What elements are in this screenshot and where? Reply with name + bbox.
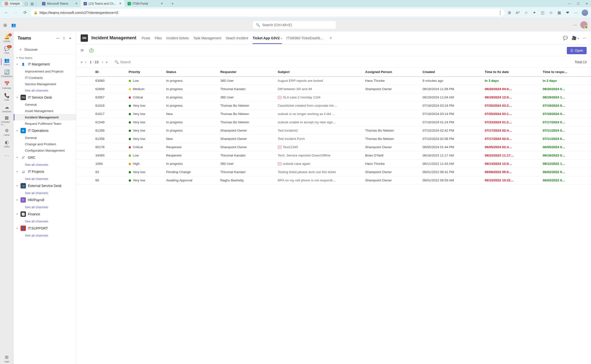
rail-item-calls[interactable]: 📞Calls: [1, 92, 13, 102]
user-avatar[interactable]: [580, 21, 588, 29]
browser-essentials-icon[interactable]: ❤: [565, 10, 570, 15]
minimize-button[interactable]: —: [567, 2, 571, 5]
rail-item-chat[interactable]: 💬Chat11: [1, 45, 13, 55]
rail-item-onedrive[interactable]: ☁OneDrive: [1, 103, 13, 114]
workspaces-icon[interactable]: ▢: [24, 2, 28, 6]
table-row[interactable]: 34365LowReopenedThirumal KandariTech. Se…: [76, 151, 591, 160]
channel-tab[interactable]: Files: [155, 32, 162, 44]
rail-item-activity[interactable]: 🔔Activity2: [1, 33, 13, 44]
extensions-icon[interactable]: ✦: [532, 10, 537, 15]
inline-search[interactable]: 🔍 Search: [115, 60, 131, 64]
back-button[interactable]: ←: [3, 9, 10, 16]
new-tab-button[interactable]: +: [169, 1, 176, 6]
team-row[interactable]: ▾🔗GRC: [14, 154, 76, 161]
filter-icon[interactable]: ⫶: [63, 36, 65, 41]
favorite-icon[interactable]: ☆: [524, 10, 528, 15]
rail-more[interactable]: ⋯: [1, 150, 13, 161]
browser-tab[interactable]: TMicrosoft Teams✕: [39, 0, 81, 7]
refresh-list-button[interactable]: ⟳: [81, 48, 84, 53]
channel-row[interactable]: Request Fulfilment Team: [14, 120, 76, 127]
column-header[interactable]: Requester: [218, 68, 275, 76]
team-row[interactable]: ▾⚙IT Operations: [14, 127, 76, 135]
channel-tab[interactable]: Task Management: [193, 32, 221, 44]
column-header[interactable]: Subject: [275, 68, 363, 76]
tab-actions-icon[interactable]: ▥: [30, 2, 34, 6]
channel-tab[interactable]: Seach Incident: [226, 32, 248, 44]
see-all-channels[interactable]: See all channels: [14, 232, 76, 239]
channel-tab[interactable]: ITSM360-TicketDashb…: [286, 32, 324, 44]
teams-search-box[interactable]: 🔍 Search (Ctrl+Alt+E): [253, 21, 336, 29]
see-all-channels[interactable]: See all channels: [14, 218, 76, 224]
table-row[interactable]: 1094HighIn progress360 Useroutlook case …: [76, 160, 591, 168]
settings-more-icon[interactable]: ⋯: [573, 10, 578, 15]
channel-row[interactable]: Service Management: [14, 81, 76, 87]
refresh-button[interactable]: ⟳: [21, 9, 28, 16]
table-row[interactable]: 61617Very lowNewThomas Bo Nielsenoutlook…: [76, 110, 591, 118]
meet-icon[interactable]: 🎥 ▾: [572, 36, 579, 40]
channel-row[interactable]: General: [14, 101, 76, 108]
team-row[interactable]: ▾📈Finance: [14, 210, 76, 218]
table-row[interactable]: 62667CriticalIn progress360 UserSLA case…: [76, 93, 591, 102]
table-row[interactable]: 93Very lowPending ChangeThirumal Kandari…: [76, 168, 591, 176]
table-row[interactable]: 63060LowIn progress360 UserAugust ERP re…: [76, 76, 591, 85]
team-row[interactable]: ▾SNIT Service Desk: [14, 94, 76, 101]
column-header[interactable]: ID↑: [93, 68, 126, 76]
browser-tab[interactable]: TITSM Portal✕: [125, 0, 166, 7]
close-tab-icon[interactable]: ✕: [75, 2, 78, 5]
team-row[interactable]: ▾👥External Service Desk: [14, 182, 76, 190]
see-all-channels[interactable]: See all channels: [14, 161, 76, 168]
read-aloud-icon[interactable]: Aᴬ: [515, 10, 520, 15]
see-all-channels[interactable]: See all channels: [14, 87, 76, 94]
create-team-icon[interactable]: ＋: [68, 36, 72, 41]
profile-switcher[interactable]: Arbejde: [2, 1, 22, 6]
forward-button[interactable]: →: [12, 9, 19, 16]
last-page-button[interactable]: »: [106, 60, 107, 64]
channel-tab[interactable]: Posts: [142, 32, 150, 44]
close-tab-icon[interactable]: ✕: [161, 2, 163, 5]
rail-item-calendar[interactable]: 📅Calendar: [1, 80, 13, 91]
channel-row[interactable]: Improvement and Projects: [14, 68, 76, 74]
history-button[interactable]: ⏱: [89, 48, 94, 53]
team-row[interactable]: ▾👤IT:SUPPORT: [14, 224, 76, 232]
rail-item-admin[interactable]: ⚙Admin: [1, 127, 13, 137]
table-row[interactable]: 62689MediumIn progressThirumal KandariDi…: [76, 85, 591, 93]
see-all-channels[interactable]: See all channels: [14, 204, 76, 210]
column-header[interactable]: Assigned Person: [363, 68, 420, 76]
see-all-channels[interactable]: See all channels: [14, 190, 76, 196]
channel-row[interactable]: Asset Management: [14, 108, 76, 114]
open-button[interactable]: ☰ Open: [567, 47, 587, 54]
apps-icon[interactable]: ⊞: [507, 10, 512, 15]
channel-row[interactable]: General: [14, 135, 76, 141]
rail-item-itsm360g3[interactable]: 🔄ITSM360G3: [1, 68, 13, 79]
table-row[interactable]: 61358Very lowIn progressSharepoint Owner…: [76, 126, 591, 135]
chat-panel-icon[interactable]: 💬: [563, 36, 568, 40]
column-header[interactable]: Time to fix date: [482, 68, 540, 76]
rail-item-teams[interactable]: 👥Teams: [1, 56, 13, 67]
favorites-bar-icon[interactable]: ✩: [548, 10, 553, 15]
collections-icon[interactable]: ▦: [557, 10, 562, 15]
see-all-channels[interactable]: See all channels: [14, 176, 76, 182]
your-teams-label[interactable]: ▾ Your teams: [14, 54, 76, 60]
add-tab-button[interactable]: ＋: [329, 35, 333, 41]
rail-item-itsm360 vi…[interactable]: ▦ITSM360 Vi…: [1, 115, 13, 126]
more-channel-icon[interactable]: ⋯: [583, 36, 587, 40]
table-row[interactable]: 60176CriticalReopenedSharepoint OwnerTes…: [76, 143, 591, 151]
team-row[interactable]: ▾👤IT Mangement: [14, 60, 76, 68]
rail-apps[interactable]: ⊞Apps: [1, 353, 13, 364]
column-header[interactable]: Created: [420, 68, 482, 76]
table-row[interactable]: 61356Very lowNewSharepoint OwnerTest Inc…: [76, 135, 591, 143]
column-header[interactable]: Status: [164, 68, 218, 76]
discover-row[interactable]: ✧ Discover: [14, 45, 76, 54]
table-row[interactable]: 61618Very lowIn progressThomas Bo Nielse…: [76, 102, 591, 110]
close-tab-icon[interactable]: ✕: [119, 2, 122, 5]
more-options-icon[interactable]: ⋯: [573, 23, 577, 27]
channel-tab[interactable]: Incident tickets: [166, 32, 189, 44]
browser-tab[interactable]: T(13) Teams and Channels | Incide✕: [81, 0, 125, 7]
app-launcher-icon[interactable]: ⊞: [3, 23, 8, 27]
column-header[interactable]: Priority: [126, 68, 164, 76]
address-bar[interactable]: 🔒 https://teams.microsoft.com/v2/?client…: [31, 9, 505, 17]
first-page-button[interactable]: «: [81, 60, 83, 64]
channel-row[interactable]: IT-Contracts: [14, 74, 76, 81]
table-row[interactable]: 61549Very lowIn progressThomas Bo Nielse…: [76, 118, 591, 126]
next-page-button[interactable]: ›: [102, 60, 103, 64]
